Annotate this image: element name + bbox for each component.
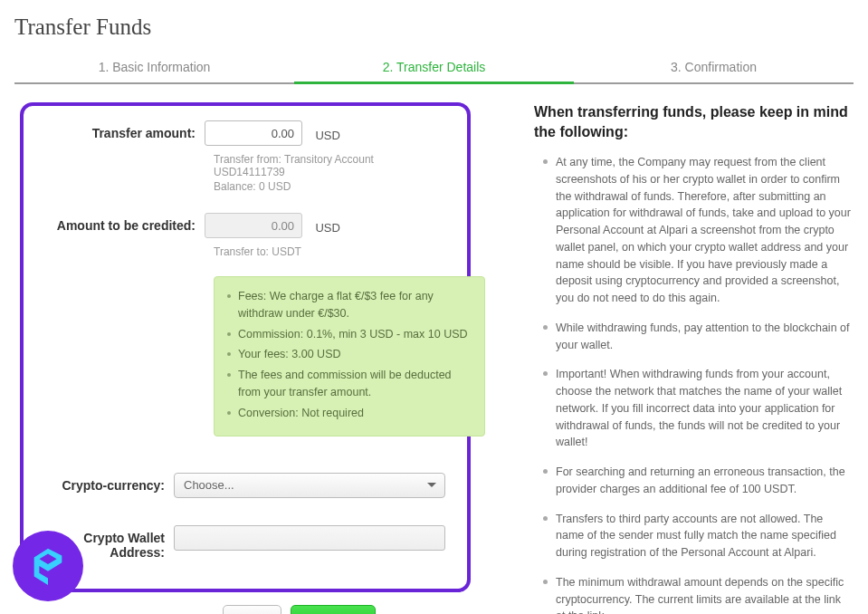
credited-amount-label: Amount to be credited:	[33, 213, 205, 233]
info-item: While withdrawing funds, pay attention t…	[543, 320, 851, 354]
transfer-to-hint: Transfer to: USDT	[214, 245, 445, 258]
tab-confirmation[interactable]: 3. Confirmation	[574, 60, 854, 84]
info-item: Transfers to third party accounts are no…	[543, 511, 851, 561]
crypto-currency-label: Crypto-currency:	[33, 473, 174, 493]
brand-logo-icon	[27, 545, 69, 587]
fees-infobox: Fees: We charge a flat €/$3 fee for any …	[214, 276, 485, 437]
fee-item: The fees and commission will be deducted…	[227, 367, 472, 401]
back-button[interactable]: Back	[223, 605, 281, 614]
transfer-amount-input[interactable]	[205, 120, 302, 146]
fee-item: Commission: 0.1%, min 3 USD - max 10 USD	[227, 326, 472, 343]
balance-hint: Balance: 0 USD	[214, 180, 445, 193]
transfer-form-panel: Transfer amount: USD Transfer from: Tran…	[20, 102, 471, 592]
info-item: For searching and returning an erroneous…	[543, 464, 851, 498]
tab-basic-info[interactable]: 1. Basic Information	[14, 60, 294, 84]
continue-button[interactable]: Continue	[291, 605, 376, 614]
fee-item: Your fees: 3.00 USD	[227, 346, 472, 363]
fee-item: Fees: We charge a flat €/$3 fee for any …	[227, 288, 472, 322]
tab-transfer-details[interactable]: 2. Transfer Details	[294, 60, 574, 84]
info-item: At any time, the Company may request fro…	[543, 154, 851, 307]
transfer-from-hint: Transfer from: Transitory Account USD141…	[214, 153, 445, 178]
page-title: Transfer Funds	[0, 0, 868, 43]
fee-item: Conversion: Not required	[227, 405, 472, 422]
wizard-tabs: 1. Basic Information 2. Transfer Details…	[14, 60, 854, 84]
wallet-address-input[interactable]	[174, 525, 445, 551]
credited-amount-currency: USD	[315, 216, 339, 235]
info-panel: When transferring funds, please keep in …	[534, 102, 851, 614]
info-item: Important! When withdrawing funds from y…	[543, 366, 851, 451]
chevron-down-icon	[427, 483, 436, 487]
transfer-amount-currency: USD	[315, 124, 339, 142]
crypto-currency-select[interactable]: Choose...	[174, 473, 445, 498]
info-item: The minimum withdrawal amount depends on…	[543, 574, 851, 614]
info-title: When transferring funds, please keep in …	[534, 102, 851, 141]
brand-badge	[13, 531, 83, 601]
credited-amount-input	[205, 213, 302, 238]
transfer-amount-label: Transfer amount:	[33, 120, 205, 140]
